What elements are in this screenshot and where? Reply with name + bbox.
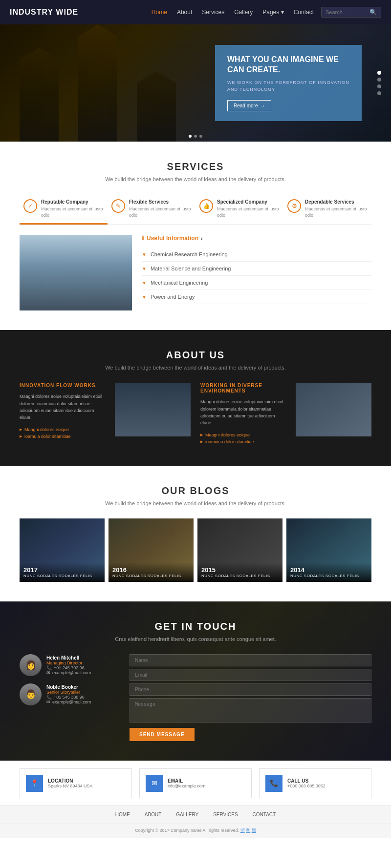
blog-year-1: 2017 — [23, 566, 101, 574]
footer-nav-about[interactable]: ABOUT — [145, 812, 161, 817]
blog-year-3: 2015 — [201, 566, 279, 574]
blogs-section: OUR BLOGS We build the bridge between th… — [0, 466, 391, 601]
blog-card-4[interactable]: 2014 NUNC SODALES SODALES FELIS — [286, 518, 371, 582]
footer-nav-gallery[interactable]: GALLERY — [176, 812, 198, 817]
footer-nav-home[interactable]: HOME — [115, 812, 130, 817]
services-info: ℹ Useful Information › ▼ Chemical Resear… — [142, 235, 371, 310]
about-subtitle: We build the bridge between the world of… — [20, 365, 371, 371]
service-tab-flexible[interactable]: ✎ Flexible Services Maecenas et accumsan… — [108, 194, 196, 225]
blog-card-1[interactable]: 2017 NUNC SODALES SODALES FELIS — [20, 518, 105, 582]
person-2-phone: 📞 +01 545 338 96 — [46, 695, 91, 700]
arrow-icon: → — [260, 103, 265, 108]
hero-indicator-2[interactable] — [194, 135, 197, 138]
blogs-subtitle: We build the bridge between the world of… — [20, 500, 371, 506]
nav-pages[interactable]: Pages — [262, 9, 283, 16]
services-info-title: ℹ Useful Information › — [142, 235, 371, 242]
email-field[interactable] — [130, 669, 371, 681]
info-item-1[interactable]: ▼ Chemical Research Engineering — [142, 248, 371, 262]
info-list: ▼ Chemical Research Engineering ▼ Materi… — [142, 248, 371, 304]
person-1-phone: 📞 +01 245 792 96 — [46, 665, 91, 670]
footer-link-1[interactable]: 浙 — [240, 828, 245, 833]
nav-gallery[interactable]: Gallery — [234, 9, 253, 16]
info-item-3[interactable]: ▼ Mechanical Engineering — [142, 276, 371, 290]
blog-card-2[interactable]: 2016 NUNC SODALES SODALES FELIS — [109, 518, 194, 582]
phone-icon-2: 📞 — [46, 695, 52, 700]
about-section: ABOUT US We build the bridge between the… — [0, 330, 391, 466]
hero-title: WHAT YOU CAN IMAGINE WE CAN CREATE. — [227, 55, 349, 75]
email-bar-label: Email — [168, 778, 205, 784]
nav-contact[interactable]: Contact — [294, 9, 314, 16]
hero-readmore-button[interactable]: Read more → — [227, 100, 271, 111]
footer-copyright: Copyright © 2017 Company name All rights… — [0, 823, 391, 838]
name-field[interactable] — [130, 654, 371, 666]
person-2-name: Noble Booker — [46, 684, 91, 690]
phone-icon-1: 📞 — [46, 665, 52, 670]
nav-services[interactable]: Services — [202, 9, 224, 16]
person-1-name: Helen Mitchell — [46, 655, 91, 661]
blog-year-4: 2014 — [290, 566, 368, 574]
about-link-1-2[interactable]: ioamuia dolor sitamitiae — [20, 434, 105, 439]
phone-field[interactable] — [130, 683, 371, 696]
person-2: 👨 Noble Booker Senior Storyteller 📞 +01 … — [20, 683, 117, 705]
nav-about[interactable]: About — [177, 9, 192, 16]
arrow-icon-3: ▼ — [142, 280, 147, 286]
contact-email-bar: ✉ Email info@example.com — [139, 768, 252, 798]
search-input[interactable] — [326, 9, 369, 15]
hero-dot-2[interactable] — [377, 78, 381, 82]
blog-label-2: NUNC SODALES SODALES FELIS — [112, 574, 190, 578]
footer-link-2[interactable]: 粤 — [246, 828, 250, 833]
info-icon: ℹ — [142, 235, 144, 242]
hero-subtitle: WE WORK ON THE FOREFRONT OF INNOVATION A… — [227, 80, 349, 93]
phone-bar-icon: 📞 — [265, 775, 282, 792]
contact-form: SEND MESSAGE — [130, 654, 371, 741]
info-item-4[interactable]: ▼ Power and Energy — [142, 290, 371, 304]
hero-dot-1[interactable] — [377, 71, 381, 75]
person-2-email: ✉ example@mail.com — [46, 700, 91, 704]
about-image-1 — [115, 383, 191, 436]
about-image-2 — [296, 383, 371, 436]
services-subtitle: We build the bridge between the world of… — [20, 176, 371, 182]
footer-nav-contact[interactable]: CONTACT — [253, 812, 276, 817]
hero-indicator-3[interactable] — [199, 135, 202, 138]
about-link-2-1[interactable]: Meagni dolores eoique — [200, 433, 286, 437]
info-item-2[interactable]: ▼ Material Science and Engineering — [142, 262, 371, 276]
send-button[interactable]: SEND MESSAGE — [130, 728, 195, 741]
blog-grid: 2017 NUNC SODALES SODALES FELIS 2016 NUN… — [20, 518, 371, 582]
blog-card-3[interactable]: 2015 NUNC SODALES SODALES FELIS — [197, 518, 282, 582]
person-1: 👩 Helen Mitchell Managing Director 📞 +01… — [20, 654, 117, 676]
hero-indicator-1[interactable] — [189, 135, 192, 138]
about-title: ABOUT US — [20, 350, 371, 361]
nav-home[interactable]: Home — [152, 9, 167, 16]
service-tab-reputable[interactable]: ✓ Reputable Company Maecenas et accumsan… — [20, 194, 108, 225]
email-icon-2: ✉ — [46, 700, 50, 704]
contact-bar: 📍 Location Sparks NV 89434 USA ✉ Email i… — [0, 761, 391, 806]
hero-content: WHAT YOU CAN IMAGINE WE CAN CREATE. WE W… — [215, 45, 362, 122]
about-link-1-1[interactable]: Maagni dolores eoique — [20, 427, 105, 432]
contact-subtitle: Cras eleifend hendrerit libero, quis con… — [20, 636, 371, 642]
hero-section: WHAT YOU CAN IMAGINE WE CAN CREATE. WE W… — [0, 24, 391, 142]
contact-title: GET IN TOUCH — [20, 621, 371, 632]
search-icon[interactable]: 🔍 — [369, 9, 377, 16]
about-link-2-2[interactable]: ioamuiua dolor sitamitiae — [200, 439, 286, 444]
footer-link-3[interactable]: 黑 — [252, 828, 256, 833]
hero-dots — [377, 71, 381, 95]
message-field[interactable] — [130, 698, 371, 723]
blog-label-1: NUNC SODALES SODALES FELIS — [23, 574, 101, 578]
reputable-icon: ✓ — [23, 199, 37, 213]
dependable-icon: ⚙ — [287, 199, 301, 213]
person-1-email: ✉ example@mail.com — [46, 670, 91, 675]
service-tab-specialized[interactable]: 👍 Specialized Company Maecenas et accums… — [196, 194, 283, 225]
service-tab-dependable[interactable]: ⚙ Dependable Services Maecenas et accums… — [283, 194, 371, 225]
footer-nav-services[interactable]: SERVICES — [213, 812, 238, 817]
search-box: 🔍 — [321, 7, 381, 18]
about-col-2-title: WORKING IN DIVERSE ENVIRONMENTS — [200, 383, 286, 393]
contact-location: 📍 Location Sparks NV 89434 USA — [20, 768, 132, 798]
hero-dot-4[interactable] — [377, 91, 381, 95]
email-bar-icon: ✉ — [146, 775, 163, 792]
arrow-icon-4: ▼ — [142, 294, 147, 300]
hero-indicator — [189, 135, 202, 138]
logo: INDUSTRY WIDE — [10, 8, 152, 17]
about-grid: INNOVATION FLOW WORKS Maagni dolores eoi… — [20, 383, 371, 446]
blog-year-2: 2016 — [112, 566, 190, 574]
hero-dot-3[interactable] — [377, 84, 381, 88]
